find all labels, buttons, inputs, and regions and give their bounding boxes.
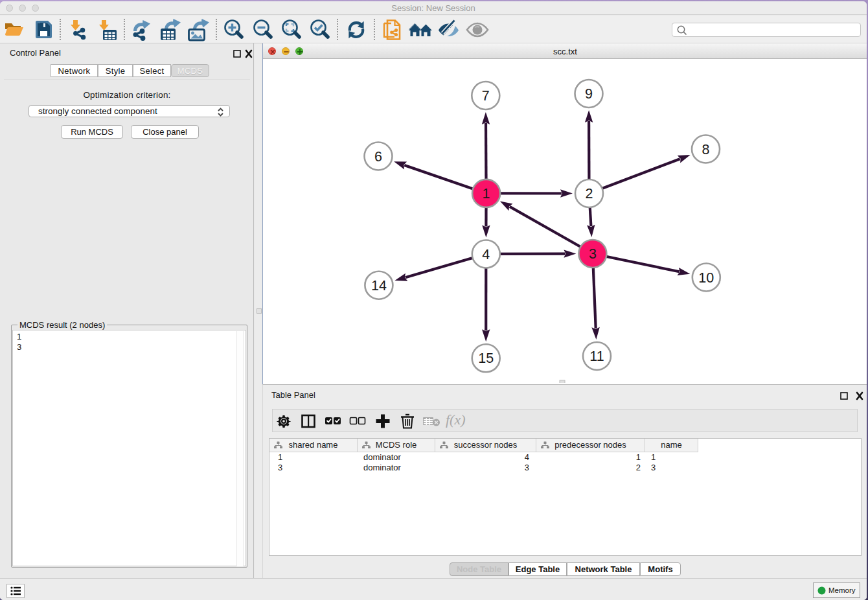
- svg-text:4: 4: [482, 247, 490, 262]
- svg-text:2: 2: [586, 186, 593, 202]
- svg-text:11: 11: [589, 349, 604, 364]
- svg-text:8: 8: [702, 142, 710, 157]
- svg-text:15: 15: [478, 351, 494, 366]
- svg-text:1: 1: [483, 186, 490, 202]
- svg-text:7: 7: [482, 88, 490, 104]
- svg-text:3: 3: [589, 246, 597, 262]
- svg-text:6: 6: [374, 149, 382, 165]
- svg-text:14: 14: [371, 278, 387, 294]
- svg-text:9: 9: [585, 86, 593, 102]
- svg-text:10: 10: [698, 270, 714, 286]
